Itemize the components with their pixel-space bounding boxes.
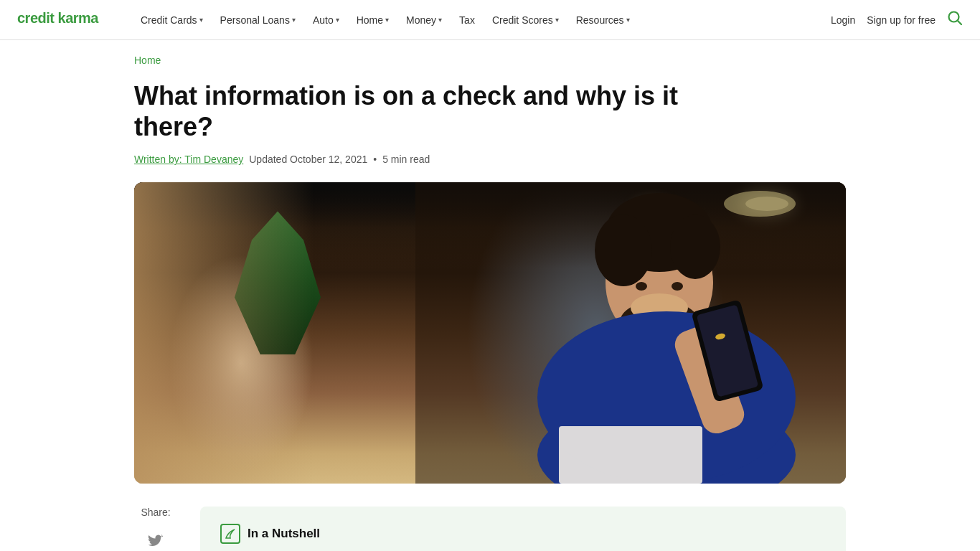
article-meta: Written by: Tim Devaney Updated October … — [134, 154, 846, 165]
search-svg — [947, 10, 963, 26]
nav-label-money: Money — [406, 14, 436, 26]
meta-separator: • — [373, 154, 377, 165]
hero-overlay-left — [134, 182, 314, 484]
chevron-down-icon: ▾ — [555, 16, 559, 24]
nav-item-tax[interactable]: Tax — [452, 10, 482, 30]
nav-label-personal-loans: Personal Loans — [220, 14, 290, 26]
nav-item-credit-scores[interactable]: Credit Scores ▾ — [485, 10, 566, 30]
nav-links: Credit Cards ▾ Personal Loans ▾ Auto ▾ H… — [133, 10, 831, 30]
navigation: credit karma Credit Cards ▾ Personal Loa… — [0, 0, 980, 40]
chevron-down-icon: ▾ — [199, 16, 203, 24]
chevron-down-icon: ▾ — [626, 16, 630, 24]
nutshell-header: In a Nutshell — [220, 524, 826, 544]
meta-read-time: 5 min read — [382, 154, 430, 165]
nutshell-leaf-icon — [225, 528, 236, 540]
nav-item-auto[interactable]: Auto ▾ — [306, 10, 347, 30]
nutshell-box: In a Nutshell When you write a check, yo… — [200, 507, 846, 551]
nav-label-credit-cards: Credit Cards — [141, 14, 197, 26]
nav-label-resources: Resources — [576, 14, 624, 26]
breadcrumb[interactable]: Home — [134, 55, 846, 66]
nav-label-tax: Tax — [459, 14, 475, 26]
main-content: Home What information is on a check and … — [117, 40, 863, 551]
share-label: Share: — [141, 507, 170, 518]
svg-point-4 — [724, 191, 796, 217]
nav-item-personal-loans[interactable]: Personal Loans ▾ — [213, 10, 303, 30]
signup-button[interactable]: Sign up for free — [867, 14, 936, 26]
svg-point-15 — [672, 282, 683, 291]
svg-text:credit karma: credit karma — [17, 10, 99, 26]
svg-point-14 — [636, 282, 647, 291]
logo-svg: credit karma — [17, 7, 110, 29]
hero-person-svg — [415, 182, 846, 484]
article-title: What information is on a check and why i… — [134, 80, 708, 142]
twitter-icon — [148, 534, 164, 550]
chevron-down-icon: ▾ — [438, 16, 442, 24]
hero-image — [134, 182, 846, 484]
svg-rect-20 — [559, 426, 702, 484]
login-button[interactable]: Login — [831, 14, 855, 26]
bottom-section: Share: In a Nutshell — [134, 507, 846, 551]
twitter-share-button[interactable] — [143, 529, 169, 551]
chevron-down-icon: ▾ — [336, 16, 339, 24]
logo[interactable]: credit karma — [17, 7, 110, 33]
article-author[interactable]: Written by: Tim Devaney — [134, 154, 243, 165]
search-icon[interactable] — [947, 10, 963, 29]
share-section: Share: — [134, 507, 177, 551]
meta-updated: Updated October 12, 2021 — [249, 154, 367, 165]
nutshell-title: In a Nutshell — [248, 527, 320, 541]
svg-line-2 — [958, 21, 962, 25]
nutshell-icon — [220, 524, 240, 544]
chevron-down-icon: ▾ — [385, 16, 389, 24]
chevron-down-icon: ▾ — [292, 16, 296, 24]
svg-point-10 — [595, 215, 652, 286]
nav-item-home[interactable]: Home ▾ — [349, 10, 396, 30]
logo-text: credit karma — [17, 14, 110, 32]
nav-label-home: Home — [357, 14, 383, 26]
hero-image-placeholder — [134, 182, 846, 484]
nav-label-credit-scores: Credit Scores — [492, 14, 553, 26]
nav-label-auto: Auto — [313, 14, 334, 26]
nav-item-money[interactable]: Money ▾ — [399, 10, 449, 30]
svg-point-11 — [670, 215, 720, 279]
nav-item-resources[interactable]: Resources ▾ — [569, 10, 637, 30]
nav-item-credit-cards[interactable]: Credit Cards ▾ — [133, 10, 210, 30]
nav-right: Login Sign up for free — [831, 10, 963, 29]
